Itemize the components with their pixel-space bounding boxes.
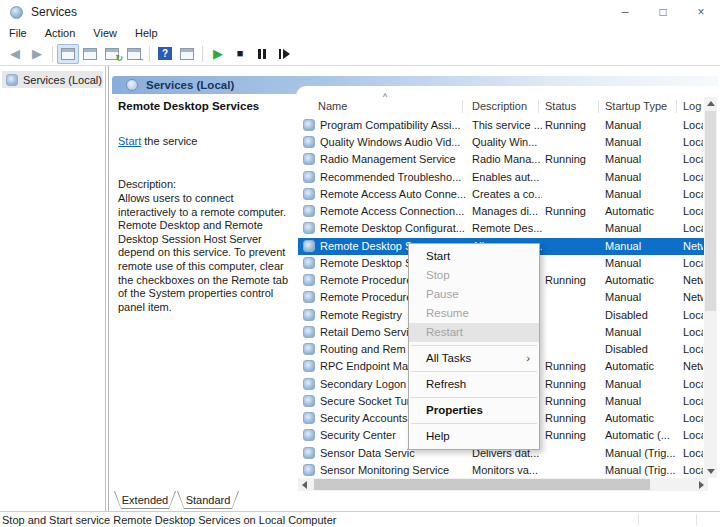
service-icon: [303, 153, 315, 165]
cell-desc: Enables aut...: [472, 171, 542, 183]
service-row[interactable]: Remote Desktop Configurat...Remote Des..…: [298, 220, 704, 237]
cell-desc: This service ...: [472, 119, 542, 131]
tab-label: Standard: [177, 491, 239, 509]
cell-status: Running: [545, 378, 600, 390]
window-icon[interactable]: [176, 44, 198, 64]
export-list-icon[interactable]: →: [123, 44, 145, 64]
vertical-scroll-thumb[interactable]: [705, 111, 716, 311]
show-console-tree-icon[interactable]: [57, 44, 79, 64]
service-row[interactable]: Remote Access Connection...Manages di...…: [298, 203, 704, 220]
cell-startup: Disabled: [605, 343, 679, 355]
cell-name: Program Compatibility Assi...: [320, 119, 468, 131]
status-divider: [638, 514, 639, 525]
back-icon[interactable]: ◀: [4, 44, 26, 64]
selected-service-title: Remote Desktop Services: [118, 100, 292, 112]
stop-service-icon[interactable]: ■: [229, 44, 251, 64]
context-menu-item-help[interactable]: Help: [409, 427, 539, 446]
cell-desc: Remote Des...: [472, 222, 542, 234]
vertical-scrollbar[interactable]: [704, 97, 717, 478]
cell-logon: Loca: [683, 171, 703, 183]
submenu-arrow-icon: ›: [526, 349, 530, 368]
scroll-right-icon[interactable]: [695, 478, 708, 491]
context-menu-item-pause[interactable]: Pause: [409, 285, 539, 304]
menu-action[interactable]: Action: [36, 27, 85, 39]
restart-service-icon[interactable]: [273, 44, 295, 64]
menu-view[interactable]: View: [84, 27, 126, 39]
toolbar-separator: [52, 46, 53, 62]
service-description: Allows users to connect interactively to…: [118, 192, 292, 314]
service-row[interactable]: Quality Windows Audio Vid...Quality Win.…: [298, 134, 704, 151]
status-text: Stop and Start service Remote Desktop Se…: [0, 514, 336, 526]
context-menu-item-stop[interactable]: Stop: [409, 266, 539, 285]
cell-name: Recommended Troublesho...: [320, 171, 468, 183]
start-service-link[interactable]: Start: [118, 135, 141, 147]
horizontal-scroll-thumb[interactable]: [314, 479, 650, 490]
help-icon[interactable]: ?: [154, 44, 176, 64]
refresh-icon[interactable]: ↻: [101, 44, 123, 64]
cell-status: Running: [545, 429, 600, 441]
cell-startup: Manual (Trig...: [605, 464, 679, 476]
tab-extended[interactable]: Extended: [114, 491, 176, 509]
tab-standard[interactable]: Standard: [177, 491, 239, 509]
service-row[interactable]: Program Compatibility Assi...This servic…: [298, 117, 704, 134]
cell-status: Running: [545, 153, 600, 165]
cell-logon: Loca: [683, 309, 703, 321]
context-menu-item-resume[interactable]: Resume: [409, 304, 539, 323]
cell-startup: Automatic: [605, 205, 679, 217]
service-icon: [303, 464, 315, 476]
cell-startup: Manual: [605, 395, 679, 407]
service-icon: [303, 240, 315, 252]
cell-desc: Monitors va...: [472, 464, 542, 476]
cell-status: Running: [545, 360, 600, 372]
tree-item-label: Services (Local): [23, 74, 102, 86]
service-row[interactable]: Sensor Monitoring ServiceMonitors va...M…: [298, 462, 704, 479]
scroll-down-icon[interactable]: [704, 465, 717, 478]
horizontal-scrollbar[interactable]: [298, 478, 708, 491]
service-icon: [303, 309, 315, 321]
window-title: Services: [31, 5, 77, 19]
cell-startup: Manual: [605, 119, 679, 131]
service-action-line: Start the service: [118, 135, 292, 147]
context-menu-item-restart[interactable]: Restart: [409, 323, 539, 342]
menu-separator: [411, 397, 537, 398]
scroll-up-icon[interactable]: [704, 97, 717, 110]
menu-separator: [411, 345, 537, 346]
cell-logon: Loca: [683, 188, 703, 200]
cell-logon: Loca: [683, 153, 703, 165]
start-service-icon[interactable]: ▶: [207, 44, 229, 64]
cell-name: Radio Management Service: [320, 153, 468, 165]
context-menu-item-start[interactable]: Start: [409, 247, 539, 266]
cell-logon: Loca: [683, 395, 703, 407]
cell-logon: Loca: [683, 222, 703, 234]
description-label: Description:: [118, 178, 292, 190]
cell-logon: Loca: [683, 464, 703, 476]
context-menu-item-properties[interactable]: Properties: [409, 401, 539, 420]
context-menu-item-refresh[interactable]: Refresh: [409, 375, 539, 394]
cell-logon: Loca: [683, 136, 703, 148]
tree-item-services-local[interactable]: Services (Local): [2, 71, 103, 88]
cell-startup: Manual: [605, 291, 679, 303]
context-menu-item-all-tasks[interactable]: All Tasks›: [409, 349, 539, 368]
cell-status: Running: [545, 205, 600, 217]
menu-help[interactable]: Help: [126, 27, 167, 39]
menu-file[interactable]: File: [0, 27, 36, 39]
properties-icon[interactable]: [79, 44, 101, 64]
pause-service-icon[interactable]: [251, 44, 273, 64]
cell-startup: Automatic: [605, 274, 679, 286]
cell-logon: Loca: [683, 257, 703, 269]
service-row[interactable]: Recommended Troublesho...Enables aut...M…: [298, 169, 704, 186]
scroll-left-icon[interactable]: [298, 478, 311, 491]
service-row[interactable]: Remote Access Auto Conne...Creates a co.…: [298, 186, 704, 203]
service-icon: [303, 257, 315, 269]
cell-desc: Quality Win...: [472, 136, 542, 148]
services-app-icon: [10, 6, 23, 19]
cell-startup: Manual: [605, 188, 679, 200]
cell-logon: Netw: [683, 360, 703, 372]
service-icon: [303, 274, 315, 286]
service-icon: [303, 447, 315, 459]
service-row[interactable]: Radio Management ServiceRadio Mana...Run…: [298, 151, 704, 168]
forward-icon[interactable]: ▶: [26, 44, 48, 64]
cell-startup: Manual: [605, 378, 679, 390]
cell-status: Running: [545, 274, 600, 286]
cell-status: Running: [545, 412, 600, 424]
